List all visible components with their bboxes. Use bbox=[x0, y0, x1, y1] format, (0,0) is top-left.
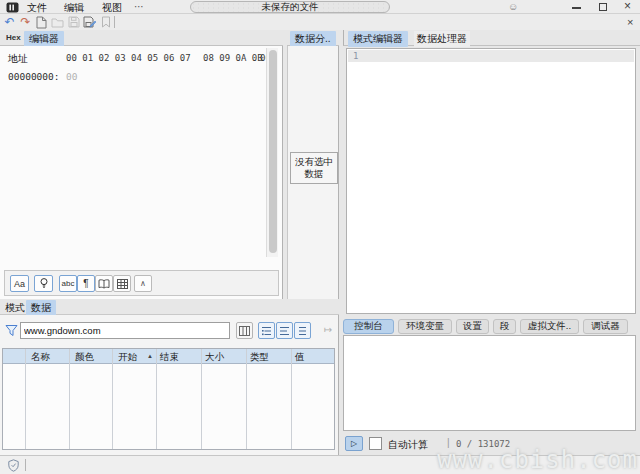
hex-row-address: 00000000: bbox=[8, 71, 59, 82]
shield-icon[interactable] bbox=[8, 459, 19, 474]
pattern-editor-tabbar: 模式编辑器 数据处理器 bbox=[343, 30, 640, 46]
window-title[interactable]: 未保存的文件 bbox=[190, 1, 390, 13]
hex-scrollbar-thumb[interactable] bbox=[269, 50, 277, 253]
menu-bar: 文件 编辑 视图 ⋯ 未保存的文件 ☺ × bbox=[0, 0, 640, 14]
hex-editor-tabbar: Hex 编辑器 bbox=[0, 30, 283, 46]
menu-more[interactable]: ⋯ bbox=[134, 1, 144, 12]
pattern-data-tabbar: 模式 数据 bbox=[0, 299, 339, 315]
auto-evaluate-checkbox[interactable] bbox=[369, 437, 382, 450]
tab-data-inspector[interactable]: 数据分.. bbox=[290, 31, 336, 47]
collapse-footer-button[interactable]: ∧ bbox=[134, 275, 152, 292]
list-view-icon[interactable] bbox=[294, 322, 311, 339]
hex-scrollbar[interactable] bbox=[266, 48, 278, 257]
auto-calc-label: 自动计算 bbox=[388, 438, 428, 452]
hex-address-header: 地址 bbox=[8, 52, 28, 66]
toolbar-divider bbox=[114, 16, 115, 28]
table-column-divider bbox=[246, 349, 247, 449]
hex-footer-toolbar: Aa abc ¶ ∧ bbox=[4, 270, 279, 296]
tab-console[interactable]: 控制台 bbox=[343, 319, 394, 334]
table-column-divider bbox=[69, 349, 70, 449]
pattern-data-panel: ↦ 名称 颜色 开始 ▲ 结束 大小 类型 值 bbox=[0, 315, 339, 455]
table-column-divider bbox=[156, 349, 157, 449]
hex-editor-panel[interactable]: 地址 00 01 02 03 04 05 06 07 08 09 0A 0B 0… bbox=[0, 46, 283, 299]
new-file-icon[interactable] bbox=[34, 15, 49, 29]
pattern-code-editor[interactable]: 1 bbox=[346, 48, 636, 314]
menu-view[interactable]: 视图 bbox=[102, 1, 122, 15]
pattern-table-header: 名称 颜色 开始 ▲ 结束 大小 类型 值 bbox=[3, 349, 334, 364]
column-color[interactable]: 颜色 bbox=[75, 351, 94, 364]
column-name[interactable]: 名称 bbox=[31, 351, 50, 364]
status-divider bbox=[25, 459, 26, 471]
feedback-smiley-icon[interactable]: ☺ bbox=[508, 0, 518, 14]
open-folder-icon[interactable] bbox=[50, 15, 65, 29]
pattern-table[interactable]: 名称 颜色 开始 ▲ 结束 大小 类型 值 bbox=[2, 348, 335, 450]
column-value[interactable]: 值 bbox=[295, 351, 305, 364]
pattern-data-tab-prefix: 模式 bbox=[2, 300, 28, 316]
color-highlight-button[interactable] bbox=[34, 275, 53, 292]
column-start[interactable]: 开始 bbox=[118, 351, 137, 364]
tab-settings[interactable]: 设置 bbox=[456, 319, 489, 334]
tab-env-vars[interactable]: 环境变量 bbox=[398, 319, 452, 334]
menu-edit[interactable]: 编辑 bbox=[64, 1, 84, 15]
tab-virtual-files[interactable]: 虚拟文件.. bbox=[520, 319, 579, 334]
column-size[interactable]: 大小 bbox=[205, 351, 224, 364]
panel-close-icon[interactable]: × bbox=[627, 16, 633, 28]
expand-panel-icon[interactable]: ↦ bbox=[324, 324, 332, 335]
save-icon[interactable] bbox=[66, 15, 81, 29]
sort-ascending-icon: ▲ bbox=[147, 353, 153, 359]
filter-funnel-icon[interactable] bbox=[5, 324, 18, 339]
hex-column-header-right: 08 09 0A 0B bbox=[203, 53, 263, 63]
tab-hex-editor[interactable]: 编辑器 bbox=[24, 31, 64, 47]
hex-row-bytes[interactable]: 00 bbox=[66, 71, 77, 82]
save-as-icon[interactable] bbox=[82, 15, 97, 29]
close-icon[interactable]: × bbox=[624, 0, 631, 13]
undo-icon[interactable]: ↶ bbox=[2, 15, 17, 29]
redo-icon[interactable]: ↷ bbox=[18, 15, 33, 29]
tree-view-icon[interactable] bbox=[258, 322, 275, 339]
table-view-icon[interactable] bbox=[113, 275, 131, 292]
line-number: 1 bbox=[353, 51, 358, 61]
pattern-filter-input[interactable] bbox=[20, 322, 230, 339]
data-inspector-tabbar: 数据分.. bbox=[287, 30, 339, 46]
pilcrow-button[interactable]: ¶ bbox=[77, 275, 95, 292]
console-output-panel[interactable] bbox=[343, 335, 636, 431]
imhex-window: 文件 编辑 视图 ⋯ 未保存的文件 ☺ × ↶ ↷ Hex 编辑器 bbox=[0, 0, 640, 474]
bookmark-icon[interactable] bbox=[98, 15, 113, 29]
tab-debugger[interactable]: 调试器 bbox=[583, 319, 628, 334]
tab-sections[interactable]: 段 bbox=[493, 319, 516, 334]
table-column-divider bbox=[25, 349, 26, 449]
maximize-icon[interactable] bbox=[599, 3, 607, 11]
menu-file[interactable]: 文件 bbox=[27, 1, 47, 15]
watermark: www.cbish.com bbox=[437, 446, 638, 474]
open-book-icon[interactable] bbox=[95, 275, 113, 292]
hex-tab-icon: Hex bbox=[6, 33, 21, 42]
column-type[interactable]: 类型 bbox=[250, 351, 269, 364]
minimize-icon[interactable] bbox=[572, 7, 581, 9]
table-column-divider bbox=[112, 349, 113, 449]
ascii-view-button[interactable]: abc bbox=[59, 275, 77, 292]
tab-data-processor[interactable]: 数据处理器 bbox=[414, 31, 470, 47]
tab-pattern-editor[interactable]: 模式编辑器 bbox=[348, 31, 408, 47]
flattened-view-icon[interactable] bbox=[276, 322, 293, 339]
column-end[interactable]: 结束 bbox=[160, 351, 179, 364]
no-selection-message: 没有选中数据 bbox=[290, 152, 338, 184]
data-inspector-panel: 没有选中数据 bbox=[287, 46, 339, 299]
tab-pattern-data[interactable]: 数据 bbox=[26, 300, 56, 316]
uppercase-toggle-button[interactable]: Aa bbox=[10, 275, 29, 292]
table-column-divider bbox=[291, 349, 292, 449]
hex-column-header-left: 00 01 02 03 04 05 06 07 bbox=[66, 53, 191, 63]
table-columns-icon[interactable] bbox=[236, 322, 253, 339]
current-line-highlight: 1 bbox=[348, 50, 634, 62]
table-column-divider bbox=[201, 349, 202, 449]
run-pattern-button[interactable]: ▷ bbox=[345, 436, 363, 451]
main-toolbar: ↶ ↷ bbox=[0, 14, 640, 30]
